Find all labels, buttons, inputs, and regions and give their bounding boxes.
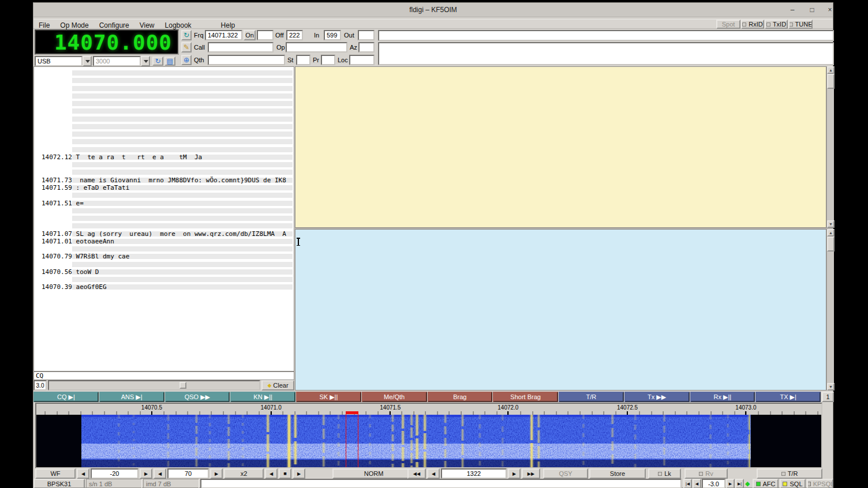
scroll-up-icon[interactable]: ▲ (827, 229, 835, 237)
restore-frequency-button[interactable]: ↻ (152, 57, 163, 66)
tx-scroll-thumb[interactable] (827, 237, 835, 251)
txrx-toggle[interactable]: T/R (757, 468, 822, 479)
macro-button-7[interactable]: Brag (428, 392, 493, 402)
zoom-button[interactable]: x2 (224, 468, 264, 479)
tune-button[interactable]: TUNE (788, 20, 813, 29)
wf-mode-button[interactable]: WF (35, 468, 76, 479)
browser-row[interactable]: 14071.73 name is Giovanni mrno JM88DVfo:… (34, 177, 294, 184)
carrier-down-button[interactable]: ◀ (427, 468, 440, 479)
browser-row[interactable] (34, 123, 294, 130)
browser-seek-line[interactable]: CQ (33, 371, 294, 380)
rst-in-input[interactable] (324, 30, 341, 40)
offset-min-button[interactable]: |◀ (683, 479, 692, 488)
browser-row[interactable]: 14072.12 T te a ra t rt e a tM Ja (34, 153, 294, 161)
qrz-lookup-button[interactable]: ⊕ (181, 55, 192, 65)
browser-row[interactable]: 14071.59 : eTaD eTaTati (34, 184, 294, 192)
frequency-list-button[interactable]: ▤ (164, 57, 175, 66)
afc-toggle[interactable]: AFC (753, 479, 779, 488)
browser-row[interactable] (34, 161, 294, 168)
clear-browser-button[interactable]: ◆ Clear (261, 380, 294, 391)
qsy-button[interactable]: QSY (543, 468, 588, 479)
carrier-fast-up-button[interactable]: ▶▶ (522, 468, 540, 479)
carrier-fast-down-button[interactable]: ◀◀ (407, 468, 426, 479)
loc-input[interactable] (349, 55, 375, 65)
carrier-up-button[interactable]: ▶ (508, 468, 521, 479)
macro-button-9[interactable]: T/R (559, 392, 624, 402)
macro-button-2[interactable]: ANS ▶| (99, 392, 164, 402)
macro-button-5[interactable]: SK ▶|| (296, 392, 361, 402)
op-input[interactable] (286, 42, 347, 52)
scroll-down-icon[interactable]: ▼ (827, 220, 835, 228)
rx-scroll-thumb[interactable] (827, 74, 835, 89)
lock-toggle[interactable]: Lk (648, 468, 681, 479)
browser-row[interactable] (34, 146, 294, 153)
signal-browser[interactable]: 14072.12 T te a ra t rt e a tM Ja14071.7… (33, 66, 294, 371)
browser-row[interactable] (34, 85, 294, 92)
notes-input-1[interactable] (378, 30, 834, 41)
bandwidth-select[interactable]: 3000 (93, 56, 150, 66)
browser-row[interactable] (34, 261, 294, 268)
macro-button-12[interactable]: TX ▶| (755, 392, 821, 402)
upper-signal-increase-button[interactable]: ▶ (210, 468, 223, 479)
browser-row[interactable] (34, 107, 294, 115)
minimize-button[interactable]: – (785, 5, 799, 15)
rx-text-panel[interactable] (295, 66, 826, 228)
maximize-button[interactable]: □ (805, 5, 819, 15)
macro-button-11[interactable]: Rx ▶|| (690, 392, 755, 402)
macro-button-10[interactable]: Tx ▶▶ (624, 392, 690, 402)
wf-speed-button[interactable]: NORM (332, 468, 415, 479)
sideband-select[interactable]: USB (35, 56, 92, 66)
kpsql-toggle[interactable]: KPSQL (807, 479, 833, 488)
browser-row[interactable] (34, 115, 294, 123)
browser-row[interactable]: 14071.07 SL ag (sorry ureau) more on www… (34, 230, 294, 238)
macro-button-1[interactable]: CQ ▶| (33, 392, 99, 402)
call-input[interactable] (208, 42, 274, 52)
waterfall-display[interactable] (36, 415, 821, 467)
store-button[interactable]: Store (589, 468, 646, 479)
tx-text-panel[interactable] (295, 229, 826, 391)
browser-row[interactable] (34, 207, 294, 215)
browser-row[interactable] (34, 138, 294, 145)
offset-max-button[interactable]: ▶| (735, 479, 744, 488)
rst-out-input[interactable] (358, 30, 375, 40)
rxid-toggle[interactable]: RxID (741, 20, 764, 29)
browser-row[interactable]: 14070.79 W7RšBl dmy cae (34, 253, 294, 260)
st-input[interactable] (296, 55, 310, 65)
capture-call-button[interactable]: ✎ (181, 42, 192, 52)
browser-row[interactable] (34, 130, 294, 138)
qth-input[interactable] (208, 55, 285, 65)
browser-row[interactable] (34, 215, 294, 222)
time-on-input[interactable] (257, 30, 274, 40)
qso-sync-button[interactable]: ↻ (181, 30, 192, 40)
browser-row[interactable] (34, 92, 294, 100)
browser-row[interactable] (34, 245, 294, 253)
slider-thumb[interactable] (179, 382, 186, 389)
sql-toggle[interactable]: SQL (780, 479, 806, 488)
mode-selector-button[interactable]: BPSK31 (33, 479, 85, 488)
browser-row[interactable]: 14071.51 e= (34, 200, 294, 207)
macro-button-3[interactable]: QSO ▶▶ (165, 392, 230, 402)
lower-signal-increase-button[interactable]: ▶ (140, 468, 152, 479)
scroll-up-icon[interactable]: ▲ (827, 66, 835, 74)
browser-row[interactable] (34, 192, 294, 199)
scroll-right-button[interactable]: ▶ (293, 468, 305, 479)
upper-signal-decrease-button[interactable]: ◀ (154, 468, 166, 479)
on-button[interactable]: On (244, 30, 256, 40)
stop-button[interactable]: ■ (279, 468, 291, 479)
browser-row[interactable]: 14071.01 eotoaeeAnn (34, 238, 294, 245)
browser-row[interactable] (34, 222, 294, 230)
browser-row[interactable] (34, 100, 294, 107)
time-off-input[interactable] (286, 30, 303, 40)
macro-button-8[interactable]: Short Brag (493, 392, 558, 402)
browser-row[interactable]: 14070.56 tooW D (34, 268, 294, 276)
az-input[interactable] (358, 42, 375, 52)
notes-input-2[interactable] (378, 42, 834, 65)
browser-row[interactable] (34, 77, 294, 84)
browser-row[interactable] (34, 276, 294, 283)
frequency-marker[interactable] (346, 411, 358, 467)
browser-row[interactable] (34, 69, 294, 77)
rx-scrollbar[interactable]: ▲ ▼ (826, 66, 834, 228)
pr-input[interactable] (321, 55, 335, 65)
offset-down-button[interactable]: ◀ (693, 479, 701, 488)
frq-input[interactable] (205, 30, 242, 40)
